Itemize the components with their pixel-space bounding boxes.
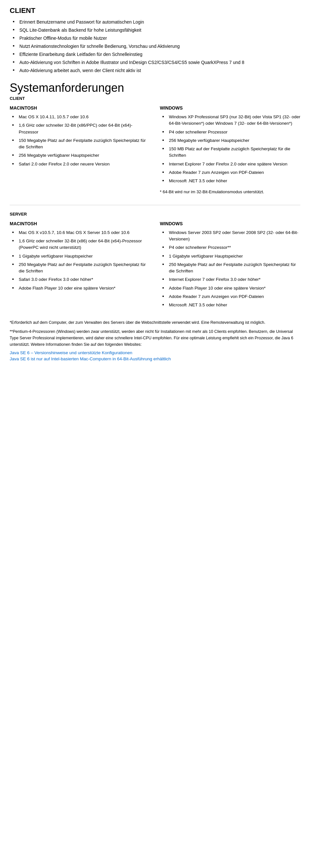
spec-item: Adobe Reader 7 zum Anzeigen von PDF-Date… [163, 293, 300, 301]
spec-item: Adobe Flash Player 10 oder eine spätere … [12, 284, 150, 293]
server-mac-heading: MACINTOSH [10, 221, 150, 226]
spec-item: 256 Megabyte verfügbarer Hauptspeicher [12, 152, 150, 160]
spec-item: 1 Gigabyte verfügbarer Hauptspeicher [163, 252, 300, 261]
spec-item: Microsoft .NET 3.5 oder höher [163, 301, 300, 310]
client-win-column: WINDOWS Windows XP Professional SP3 (nur… [160, 105, 300, 195]
spec-item: 1,6 GHz oder schneller 32-Bit (x86/PPC) … [12, 122, 150, 137]
server-win-heading: WINDOWS [160, 221, 300, 226]
spec-item: Safari 3.0 oder Firefox 3.0 oder höher* [12, 276, 150, 284]
client-feature-item: Auto-Aktivierung von Schriften in Adobe … [13, 59, 300, 67]
spec-item: 250 Megabyte Platz auf der Festplatte zu… [163, 261, 300, 276]
client-feature-item: Praktischer Offline-Modus für mobile Nut… [13, 34, 300, 42]
spec-item: Windows Server 2003 SP2 oder Server 2008… [163, 229, 300, 244]
server-win-column: WINDOWS Windows Server 2003 SP2 oder Ser… [160, 221, 300, 310]
server-mac-column: MACINTOSH Mac OS X v10.5.7, 10.6 Mac OS … [10, 221, 150, 310]
spec-item: 1 Gigabyte verfügbarer Hauptspeicher [12, 252, 150, 261]
footnote2: **Pentium-4-Prozessoren (Windows) werden… [10, 328, 300, 348]
client-win-spec-list: Windows XP Professional SP3 (nur 32-Bit)… [160, 113, 300, 185]
footnotes: *Erforderlich auf dem Computer, der zum … [10, 319, 300, 348]
spec-item: 1,6 GHz oder schneller 32-Bit (x86) oder… [12, 237, 150, 252]
client-section-label: CLIENT [10, 96, 300, 101]
footnote1: *Erforderlich auf dem Computer, der zum … [10, 319, 300, 326]
client-feature-item: Erinnert Benutzername und Passwort für a… [13, 18, 300, 26]
spec-item: Mac OS X v10.5.7, 10.6 Mac OS X Server 1… [12, 229, 150, 237]
client-win-heading: WINDOWS [160, 105, 300, 111]
client-mac-heading: MACINTOSH [10, 105, 150, 111]
client-win-note: * 64-Bit wird nur im 32-Bit-Emulationsmo… [160, 189, 300, 195]
spec-item: 250 Megabyte Platz auf der Festplatte zu… [12, 261, 150, 276]
client-feature-list: Erinnert Benutzername und Passwort für a… [10, 18, 300, 75]
server-section-label: SERVER [10, 212, 300, 217]
spec-item: 150 Megabyte Platz auf der Festplatte zu… [12, 137, 150, 152]
spec-item: Safari 2.0 oder Firefox 2.0 oder neuere … [12, 160, 150, 169]
client-feature-item: SQL Lite-Datenbank als Backend für hohe … [13, 26, 300, 34]
spec-item: P4 oder schnellerer Prozessor** [163, 244, 300, 252]
page-title: CLIENT [10, 6, 300, 15]
spec-item: 150 MB Platz auf der Festplatte zuzüglic… [163, 145, 300, 160]
client-feature-item: Nutzt Animationstechnologien für schnell… [13, 42, 300, 51]
java-link-1[interactable]: Java SE 6 – Versionshinweise und unterst… [10, 350, 300, 355]
spec-item: Internet Explorer 7 oder Firefox 2.0 ode… [163, 160, 300, 169]
client-mac-column: MACINTOSH Mac OS X 10.4.11, 10.5.7 oder … [10, 105, 150, 195]
client-feature-item: Effiziente Einarbeitung dank Leitfaden f… [13, 51, 300, 59]
spec-item: 256 Megabyte verfügbarer Hauptspeicher [163, 137, 300, 145]
systemanforderungen-heading: Systemanforderungen [10, 81, 300, 95]
client-specs-section: MACINTOSH Mac OS X 10.4.11, 10.5.7 oder … [10, 105, 300, 195]
java-link-2[interactable]: Java SE 6 ist nur auf Intel-basierten Ma… [10, 356, 300, 361]
spec-item: Adobe Flash Player 10 oder eine spätere … [163, 284, 300, 293]
section-divider [10, 205, 300, 205]
spec-item: Microsoft .NET 3.5 oder höher [163, 177, 300, 185]
spec-item: Internet Explorer 7 oder Firefox 3.0 ode… [163, 276, 300, 284]
spec-item: Mac OS X 10.4.11, 10.5.7 oder 10.6 [12, 113, 150, 122]
server-mac-spec-list: Mac OS X v10.5.7, 10.6 Mac OS X Server 1… [10, 229, 150, 293]
spec-item: Adobe Reader 7 zum Anzeigen von PDF-Date… [163, 169, 300, 177]
spec-item: Windows XP Professional SP3 (nur 32-Bit)… [163, 113, 300, 128]
client-feature-item: Auto-Aktivierung arbeitet auch, wenn der… [13, 67, 300, 75]
client-mac-spec-list: Mac OS X 10.4.11, 10.5.7 oder 10.61,6 GH… [10, 113, 150, 169]
server-win-spec-list: Windows Server 2003 SP2 oder Server 2008… [160, 229, 300, 310]
server-specs-section: MACINTOSH Mac OS X v10.5.7, 10.6 Mac OS … [10, 221, 300, 310]
spec-item: P4 oder schnellerer Prozessor [163, 128, 300, 137]
